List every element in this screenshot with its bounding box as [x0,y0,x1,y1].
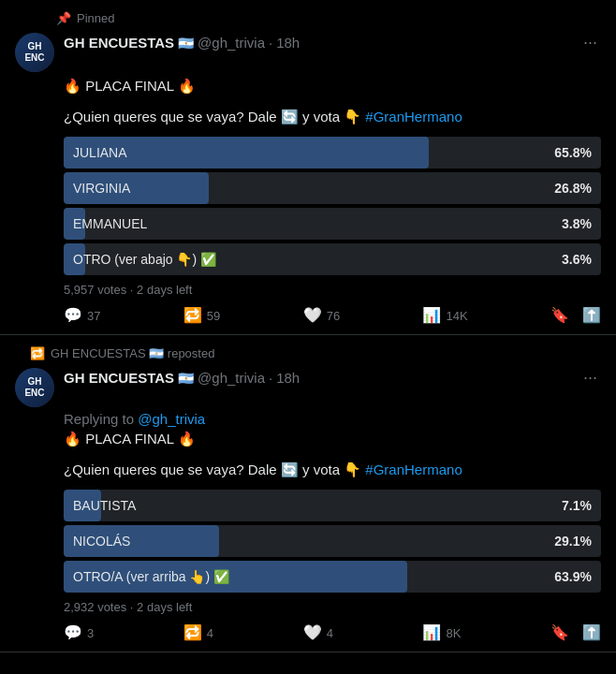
poll-option-juliana[interactable]: JULIANA 65.8% [64,137,601,168]
author2-name[interactable]: GH ENCUESTAS [64,370,174,386]
pinned-text: Pinned [77,11,114,25]
views-count: 14K [446,309,467,323]
author2-line: GH ENCUESTAS 🇦🇷 @gh_trivia · 18h ··· [64,368,601,388]
question-text-2: ¿Quien queres que se vaya? Dale [64,462,277,477]
tweet-1: 📌 Pinned GHENC GH ENCUESTAS 🇦🇷 @gh_trivi… [0,0,616,335]
bookmark2-action[interactable]: 🔖 [550,625,569,640]
poll-option-nicolas[interactable]: NICOLÁS 29.1% [64,525,601,557]
poll-pct-emmanuel: 3.8% [562,216,592,231]
like-count: 76 [327,309,340,323]
tweet2-header: GHENC GH ENCUESTAS 🇦🇷 @gh_trivia · 18h ·… [15,368,601,407]
fire-title-2: 🔥 PLACA FINAL 🔥 [64,431,196,447]
comment2-icon: 💬 [64,625,82,640]
tweet2-actions: 💬 3 🔁 4 🤍 4 📊 8K 🔖 ⬆️ [64,625,601,640]
repost-header: 🔁 GH ENCUESTAS 🇦🇷 reposted [30,346,601,360]
fire-title: 🔥 PLACA FINAL 🔥 [64,78,196,94]
right-actions: 🔖 ⬆️ [550,308,601,323]
retweet2-count: 4 [207,626,213,640]
poll-option-bautista[interactable]: BAUTISTA 7.1% [64,490,601,521]
avatar-inner: GHENC [15,33,54,72]
poll2-meta: 2,932 votes · 2 days left [64,600,601,614]
poll-2: BAUTISTA 7.1% NICOLÁS 29.1% OTRO/A (ver … [64,490,601,593]
comment-icon: 💬 [64,308,82,323]
days-left: 2 days left [137,283,192,297]
poll-option-emmanuel[interactable]: EMMANUEL 3.8% [64,208,601,240]
avatar-2[interactable]: GHENC [15,368,54,407]
poll-meta: 5,957 votes · 2 days left [64,283,601,297]
poll-option-otroa[interactable]: OTRO/A (ver arriba 👆) ✅ 63.9% [64,561,601,593]
flag2-icon: 🇦🇷 [178,371,194,386]
more-button-2[interactable]: ··· [579,368,601,388]
tweet2-question: ¿Quien queres que se vaya? Dale 🔄 y vota… [64,460,601,481]
retweet2-icon: 🔁 [183,625,202,640]
votes-count: 5,957 votes [64,283,126,297]
poll-pct-juliana: 65.8% [554,145,592,160]
repost-icon: 🔁 [30,346,45,360]
retweet-count: 59 [207,309,220,323]
bluebird-icon: 🔄 y vota 👇 [281,109,366,125]
views2-action[interactable]: 📊 8K [422,625,461,640]
share-icon: ⬆️ [582,308,601,323]
poll-label-nicolas: NICOLÁS [64,534,139,549]
retweet-action[interactable]: 🔁 59 [183,308,220,323]
pin-icon: 📌 [56,11,71,25]
share-action[interactable]: ⬆️ [582,308,601,323]
bookmark-icon: 🔖 [550,308,569,323]
share2-icon: ⬆️ [582,625,601,640]
retweet-icon: 🔁 [183,308,202,323]
like2-count: 4 [327,626,333,640]
views2-icon: 📊 [422,625,441,640]
handle-2[interactable]: @gh_trivia [198,370,265,386]
heart-icon: 🤍 [303,308,322,323]
tweet-meta: GH ENCUESTAS 🇦🇷 @gh_trivia · 18h ··· [64,33,601,52]
like-action[interactable]: 🤍 76 [303,308,340,323]
votes-count-2: 2,932 votes [64,600,126,614]
poll-label-otroa: OTRO/A (ver arriba 👆) ✅ [64,569,239,584]
author-line: GH ENCUESTAS 🇦🇷 @gh_trivia · 18h ··· [64,33,601,52]
poll-label-otro: OTRO (ver abajo 👇) ✅ [64,252,226,267]
days-left-2: 2 days left [137,600,192,614]
poll-label-bautista: BAUTISTA [64,498,145,513]
reply-to: Replying to @gh_trivia [64,411,601,427]
replying-to-text: Replying to [64,411,134,427]
comment2-action[interactable]: 💬 3 [64,625,94,640]
mention-link[interactable]: @gh_trivia [138,411,205,427]
tweet2-content: Replying to @gh_trivia 🔥 PLACA FINAL 🔥 ¿… [64,411,601,640]
avatar-inner-2: GHENC [15,368,54,407]
author-name[interactable]: GH ENCUESTAS [64,35,174,51]
poll-option-otro[interactable]: OTRO (ver abajo 👇) ✅ 3.6% [64,243,601,275]
tweet-2: 🔁 GH ENCUESTAS 🇦🇷 reposted GHENC GH ENCU… [0,335,616,652]
author2-info: GH ENCUESTAS 🇦🇷 @gh_trivia · 18h [64,370,300,386]
poll-label-juliana: JULIANA [64,145,137,160]
comment-action[interactable]: 💬 37 [64,308,100,323]
more-button[interactable]: ··· [579,33,601,52]
flag-icon: 🇦🇷 [178,36,194,51]
poll-pct-virginia: 26.8% [554,181,592,196]
poll-label-emmanuel: EMMANUEL [64,216,156,231]
comment-count: 37 [87,309,100,323]
question-text: ¿Quien queres que se vaya? Dale [64,109,277,125]
comment2-count: 3 [87,626,94,640]
bookmark-action[interactable]: 🔖 [550,308,569,323]
author-info: GH ENCUESTAS 🇦🇷 @gh_trivia · 18h [64,35,300,51]
tweet-header: GHENC GH ENCUESTAS 🇦🇷 @gh_trivia · 18h ·… [15,33,601,72]
like2-action[interactable]: 🤍 4 [303,625,333,640]
time-2: 18h [276,370,300,386]
share2-action[interactable]: ⬆️ [582,625,601,640]
views-action[interactable]: 📊 14K [422,308,467,323]
avatar[interactable]: GHENC [15,33,54,72]
poll-pct-otroa: 63.9% [554,569,592,584]
hashtag-link[interactable]: #GranHermano [365,109,462,125]
retweet2-action[interactable]: 🔁 4 [183,625,213,640]
poll: JULIANA 65.8% VIRGINIA 26.8% EMMANUEL 3.… [64,137,601,275]
bookmark2-icon: 🔖 [550,625,569,640]
hashtag-link-2[interactable]: #GranHermano [365,462,462,477]
handle[interactable]: @gh_trivia [198,35,265,51]
poll-pct-bautista: 7.1% [562,498,592,513]
tweet2-meta: GH ENCUESTAS 🇦🇷 @gh_trivia · 18h ··· [64,368,601,388]
tweet-actions: 💬 37 🔁 59 🤍 76 📊 14K 🔖 ⬆️ [64,308,601,323]
bluebird-icon-2: 🔄 y vota 👇 [281,462,366,477]
poll-separator: · [130,283,137,297]
poll-option-virginia[interactable]: VIRGINIA 26.8% [64,172,601,204]
right-actions-2: 🔖 ⬆️ [550,625,601,640]
